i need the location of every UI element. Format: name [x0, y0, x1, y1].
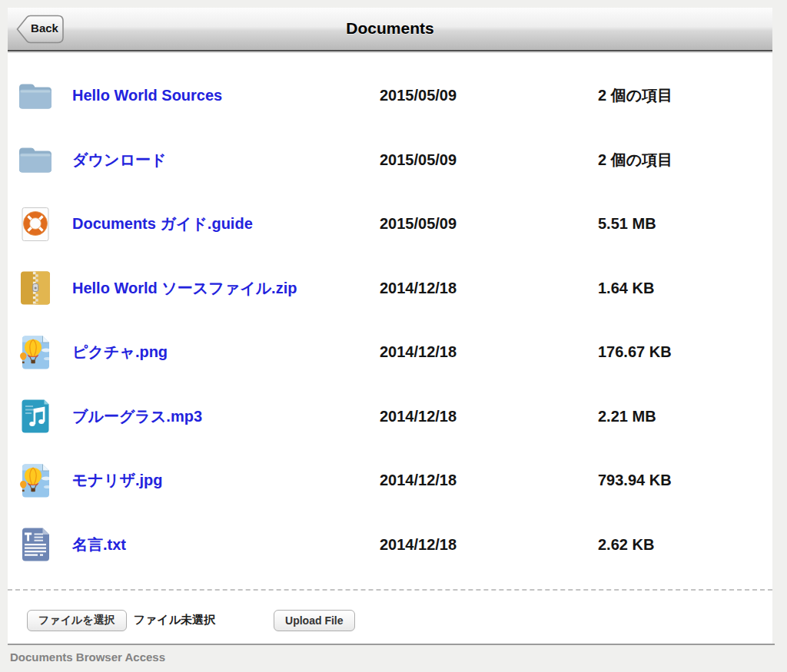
file-row: 名言.txt 2014/12/18 2.62 KB — [8, 513, 772, 578]
page-title: Documents — [8, 19, 772, 38]
file-size: 793.94 KB — [598, 472, 772, 489]
lifebuoy-icon — [17, 206, 54, 243]
folder-icon — [17, 78, 54, 114]
file-browser-panel: Hello World Sources 2015/05/09 2 個の項目 ダウ… — [8, 53, 772, 644]
text-file-icon — [17, 526, 54, 563]
file-row: Hello World Sources 2015/05/09 2 個の項目 — [8, 64, 772, 128]
file-size: 1.64 KB — [598, 280, 772, 297]
file-date: 2014/12/18 — [380, 472, 598, 489]
file-list: Hello World Sources 2015/05/09 2 個の項目 ダウ… — [8, 53, 772, 589]
file-size: 2 個の項目 — [598, 150, 772, 170]
footer-app-name: Documents Browser Access — [10, 650, 165, 664]
file-size: 2.21 MB — [598, 408, 772, 425]
file-date: 2014/12/18 — [380, 280, 598, 297]
file-link[interactable]: ブルーグラス.mp3 — [72, 406, 202, 427]
file-size: 176.67 KB — [598, 343, 772, 361]
file-date: 2014/12/18 — [380, 536, 598, 554]
choose-file-button[interactable]: ファイルを選択 — [27, 610, 127, 631]
file-link[interactable]: モナリザ.jpg — [72, 470, 162, 491]
file-size: 2 個の項目 — [598, 85, 772, 106]
file-size: 2.62 KB — [598, 536, 772, 554]
file-row: ブルーグラス.mp3 2014/12/18 2.21 MB — [8, 385, 772, 449]
file-link[interactable]: Hello World ソースファイル.zip — [72, 278, 297, 299]
file-date: 2015/05/09 — [380, 151, 598, 169]
header-toolbar: Back Documents — [8, 8, 772, 51]
file-date: 2015/05/09 — [380, 87, 598, 104]
file-date: 2014/12/18 — [380, 408, 598, 425]
file-link[interactable]: Documents ガイド.guide — [72, 214, 253, 234]
file-date: 2015/05/09 — [380, 215, 598, 233]
file-row: Hello World ソースファイル.zip 2014/12/18 1.64 … — [8, 257, 772, 321]
file-row: Documents ガイド.guide 2015/05/09 5.51 MB — [8, 192, 772, 257]
folder-icon — [17, 141, 54, 178]
zip-icon — [17, 270, 54, 306]
no-file-selected-label: ファイル未選択 — [134, 613, 215, 627]
page-footer: Documents Browser Access — [8, 644, 775, 664]
file-row: ピクチャ.png 2014/12/18 176.67 KB — [8, 320, 772, 385]
file-row: ダウンロード 2015/05/09 2 個の項目 — [8, 128, 772, 193]
upload-file-button[interactable]: Upload File — [274, 610, 354, 631]
file-size: 5.51 MB — [598, 215, 772, 233]
image-icon — [17, 462, 54, 499]
music-icon — [17, 398, 54, 435]
file-date: 2014/12/18 — [380, 343, 598, 361]
file-link[interactable]: 名言.txt — [72, 535, 126, 555]
image-icon — [17, 334, 54, 371]
file-link[interactable]: ピクチャ.png — [72, 342, 168, 362]
file-link[interactable]: ダウンロード — [72, 150, 166, 170]
page: Back Documents Hello World Sources 2015/… — [0, 0, 787, 672]
file-row: モナリザ.jpg 2014/12/18 793.94 KB — [8, 449, 772, 513]
upload-bar: ファイルを選択 ファイル未選択 Upload File — [8, 589, 772, 644]
file-link[interactable]: Hello World Sources — [72, 87, 222, 104]
